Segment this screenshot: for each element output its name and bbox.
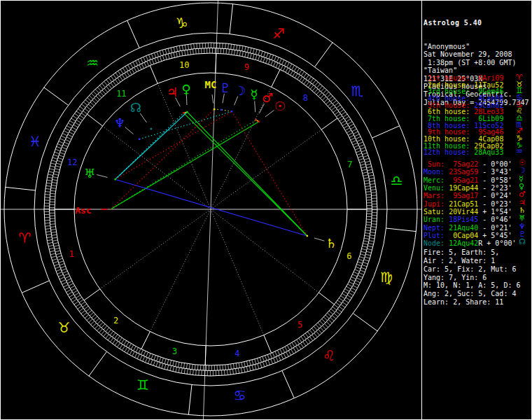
nept-glyph-icon: ♆: [114, 115, 125, 130]
planet-row-value: 23Sag59: [444, 168, 478, 176]
sign-glyph-taurus: ♉: [58, 319, 71, 336]
plut-glyph-icon: ♇: [220, 80, 231, 95]
chart-wheel: ♈♉♊♋♌♍♎♏♐♑♒♓123456789101112☉☽☿♀♂♃♄♅♆♇☊As…: [1, 1, 422, 420]
sign-boundary-line: [188, 385, 192, 415]
house-number-4: 4: [234, 349, 239, 358]
planet-row-label: Satu:: [424, 208, 444, 216]
sign-glyph-gemini: ♊: [136, 377, 149, 393]
planet-row-offset: - 3°43': [478, 168, 512, 176]
planet-row: Node: 12Aqu42R + 0°00'☊: [424, 239, 516, 247]
planet-row-offset: - 0°46': [478, 216, 512, 223]
cusp-stub-line: [141, 332, 150, 349]
sign-boundary-line: [22, 281, 49, 293]
sign-boundary-line: [89, 351, 106, 376]
mc-pointer-line: [212, 94, 214, 104]
info-panel: Astrolog 5.40 "Anonymous"Sat November 29…: [424, 1, 531, 419]
sign-glyph-aquarius: ♒: [86, 55, 99, 71]
planet-row-offset: - 2°23': [478, 184, 512, 192]
moon-position-dot: [231, 111, 232, 112]
house-number-2: 2: [113, 316, 118, 326]
planet-row: Uran: 18Pis45 - 0°46'♅: [424, 216, 516, 223]
cusp-stub-line: [84, 289, 100, 300]
satu-glyph-icon: ♄: [326, 236, 337, 251]
planet-row-value: 21Aqu40: [444, 224, 478, 232]
planet-row-glyph-icon: ♇: [519, 230, 526, 238]
planet-row-value: 0Cap04: [444, 232, 478, 239]
sign-glyph-virgo: ♍: [380, 269, 393, 286]
plut-position-dot: [220, 109, 222, 111]
planet-row-glyph-icon: ♀: [519, 183, 524, 190]
planet-row-label: Plut:: [424, 232, 444, 239]
cusp-dotted-line: [150, 209, 211, 332]
sign-boundary-line: [44, 88, 69, 105]
sign-glyph-aries: ♈: [18, 230, 31, 246]
moon-glyph-icon: ☽: [234, 83, 246, 98]
venu-position-dot: [186, 111, 188, 113]
summary-line: Ang: 2, Suc: 5, Cad: 4: [424, 290, 520, 298]
planet-row-value: 20Vir44: [444, 208, 478, 216]
aspect-line-moon-plut: [221, 110, 232, 111]
nept-pointer-line: [125, 127, 134, 134]
sign-boundary-line: [386, 228, 416, 232]
planet-row: Venu: 19Cap44 - 2°23'♀: [424, 184, 516, 192]
planet-row-glyph-icon: ♆: [519, 223, 526, 230]
sign-boundary-line: [372, 126, 399, 138]
summary-line: Car: 5, Fix: 2, Mut: 6: [424, 265, 520, 274]
cusp-dotted-line: [100, 209, 211, 289]
app-title: Astrolog 5.40: [424, 19, 529, 27]
element-summary: Fire: 5, Earth: 5,Air : 2, Water: 1Car: …: [424, 248, 520, 307]
house-row-value: 28Aqu33: [470, 148, 503, 156]
planet-row-label: Merc:: [424, 176, 444, 184]
header-line: "Anonymous": [424, 43, 529, 50]
sign-glyph-sagittarius: ♐: [272, 25, 285, 42]
cusp-stub-line: [205, 346, 206, 365]
sun-glyph-icon: ☉: [274, 99, 286, 113]
sign-glyph-capricorn: ♑: [176, 15, 188, 31]
planet-row-label: Uran:: [424, 216, 444, 223]
sign-glyph-pisces: ♓: [29, 133, 41, 150]
planet-row-value: 7Sag22: [444, 160, 478, 168]
planet-row-glyph-icon: ♂: [519, 190, 526, 198]
house-number-10: 10: [179, 60, 189, 70]
house-number-12: 12: [67, 158, 77, 167]
planet-row-glyph-icon: ☊: [519, 238, 526, 246]
jupi-position-dot: [183, 112, 184, 113]
planet-row: Jupi: 21Cap51 - 0°23'♃: [424, 200, 516, 208]
summary-line: Learn: 2, Share: 11: [424, 298, 520, 307]
planet-row: Mars: 9Sag17 - 0°24'♂: [424, 192, 516, 200]
header-line: "Taiwan": [424, 66, 529, 74]
planet-row-offset: + 1°54': [478, 208, 512, 216]
summary-line: Air : 2, Water: 1: [424, 257, 520, 265]
planet-row-offset: - 0°21': [478, 224, 512, 232]
sun-pointer-line: [265, 110, 274, 117]
plut-pointer-line: [223, 94, 224, 103]
summary-line: M: 10, N: 1, A: 5, D: 6: [424, 281, 520, 290]
planet-row-value: 19Cap44: [444, 184, 478, 192]
mars-glyph-icon: ♂: [262, 90, 273, 105]
house-number-3: 3: [172, 346, 177, 356]
sign-boundary-line: [6, 187, 36, 190]
node-glyph-icon: ☊: [130, 100, 141, 115]
planet-row-label: Jupi:: [424, 200, 444, 208]
cusp-dotted-line: [211, 209, 264, 335]
house-number-6: 6: [346, 251, 351, 261]
planet-row-value: 12Aqu42: [444, 239, 478, 247]
satu-position-dot: [307, 235, 308, 237]
house-row-sign-icon: ♒: [516, 148, 523, 155]
house-number-9: 9: [244, 62, 249, 72]
planet-row-label: Nept:: [424, 224, 444, 232]
planet-row-value: 9Sag17: [444, 192, 478, 200]
cusp-stub-line: [216, 53, 216, 73]
cusp-stub-line: [272, 69, 280, 87]
aspect-line-satu-venu: [187, 112, 307, 236]
planet-row-value: 18Pis45: [444, 216, 478, 223]
planet-row-glyph-icon: ☽: [519, 167, 526, 174]
venu-pointer-line: [186, 95, 187, 105]
mc-position-dot: [214, 108, 215, 110]
planet-row-glyph-icon: ♄: [519, 206, 526, 214]
merc-glyph-icon: ☿: [250, 87, 258, 102]
planet-row-glyph-icon: ♅: [519, 214, 526, 222]
uran-glyph-icon: ♅: [84, 166, 95, 181]
uran-pointer-line: [97, 175, 107, 178]
mars-position-dot: [255, 119, 256, 120]
